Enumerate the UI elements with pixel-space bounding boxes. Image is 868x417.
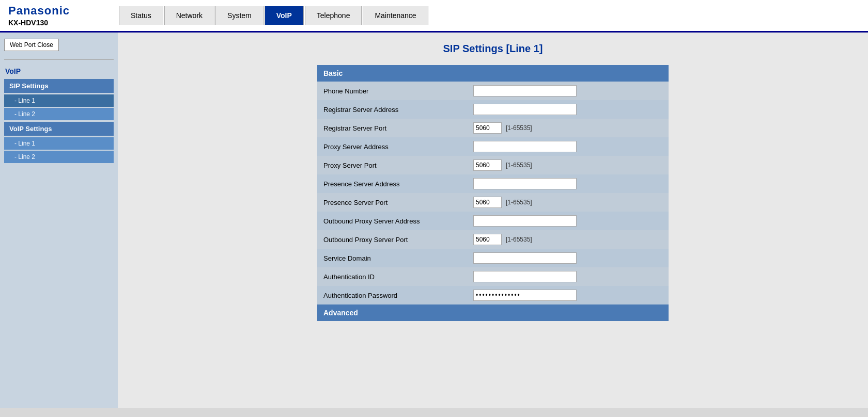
field-value-cell [467,267,669,286]
web-port-close-button[interactable]: Web Port Close [4,39,59,51]
sidebar: Web Port Close VoIP SIP Settings - Line … [0,33,118,408]
table-row: Authentication ID [317,267,669,286]
content-area: SIP Settings [Line 1] BasicPhone NumberR… [118,33,868,408]
field-value-cell: [1-65535] [467,230,669,249]
text-input[interactable] [473,104,577,115]
page-title: SIP Settings [Line 1] [133,43,853,55]
field-value-cell [467,137,669,156]
text-input[interactable] [473,252,577,264]
main-layout: Web Port Close VoIP SIP Settings - Line … [0,33,868,408]
nav-tab-maintenance[interactable]: Maintenance [363,6,428,25]
port-input[interactable] [473,234,502,245]
field-label: Authentication ID [317,267,467,286]
field-value-cell [467,174,669,193]
text-input[interactable] [473,271,577,282]
table-row: Phone Number [317,82,669,100]
nav-tab-system[interactable]: System [215,6,264,25]
table-row: Registrar Server Port[1-65535] [317,119,669,137]
field-value-cell [467,82,669,100]
table-row: Presence Server Address [317,174,669,193]
field-label: Phone Number [317,82,467,100]
field-label: Outbound Proxy Server Address [317,212,467,230]
field-value-cell [467,212,669,230]
table-row: Proxy Server Address [317,137,669,156]
nav-tab-voip[interactable]: VoIP [265,6,304,25]
port-range-label: [1-65535] [506,162,532,169]
sidebar-sip-settings[interactable]: SIP Settings [4,79,114,93]
table-row: Authentication Password [317,286,669,304]
table-row: Outbound Proxy Server Address [317,212,669,230]
port-range-label: [1-65535] [506,199,532,206]
port-input[interactable] [473,197,502,208]
field-label: Authentication Password [317,286,467,304]
nav-tab-telephone[interactable]: Telephone [305,6,362,25]
field-value-cell [467,100,669,119]
field-label: Presence Server Address [317,174,467,193]
text-input[interactable] [473,141,577,152]
field-label: Proxy Server Address [317,137,467,156]
sidebar-sip-line2[interactable]: - Line 2 [4,108,114,120]
nav-tabs: StatusNetworkSystemVoIPTelephoneMaintena… [119,6,429,25]
port-input[interactable] [473,122,502,134]
password-input[interactable] [473,290,577,301]
table-row: Proxy Server Port[1-65535] [317,156,669,174]
text-input[interactable] [473,215,577,227]
logo-brand: Panasonic [8,4,111,18]
field-label: Presence Server Port [317,193,467,212]
field-label: Proxy Server Port [317,156,467,174]
sidebar-voip-line1[interactable]: - Line 1 [4,137,114,150]
field-value-cell: [1-65535] [467,193,669,212]
sidebar-divider [4,59,114,60]
logo-model: KX-HDV130 [8,19,111,27]
basic-section-header: Basic [317,65,669,82]
sidebar-voip-settings[interactable]: VoIP Settings [4,122,114,136]
nav-tab-status[interactable]: Status [119,6,163,25]
field-value-cell [467,249,669,267]
text-input[interactable] [473,178,577,189]
sidebar-sip-line1[interactable]: - Line 1 [4,94,114,107]
sidebar-voip-line2[interactable]: - Line 2 [4,151,114,163]
field-value-cell: [1-65535] [467,119,669,137]
table-row: Service Domain [317,249,669,267]
field-label: Registrar Server Address [317,100,467,119]
port-input[interactable] [473,159,502,171]
table-row: Presence Server Port[1-65535] [317,193,669,212]
text-input[interactable] [473,85,577,97]
field-label: Outbound Proxy Server Port [317,230,467,249]
settings-table: BasicPhone NumberRegistrar Server Addres… [317,65,669,321]
field-value-cell [467,286,669,304]
field-label: Registrar Server Port [317,119,467,137]
logo-area: Panasonic KX-HDV130 [0,0,119,31]
sidebar-voip-title: VoIP [4,65,114,77]
advanced-section-header: Advanced [317,304,669,321]
header: Panasonic KX-HDV130 StatusNetworkSystemV… [0,0,868,33]
table-row: Registrar Server Address [317,100,669,119]
field-label: Service Domain [317,249,467,267]
table-row: Outbound Proxy Server Port[1-65535] [317,230,669,249]
nav-tab-network[interactable]: Network [164,6,214,25]
port-range-label: [1-65535] [506,236,532,243]
port-range-label: [1-65535] [506,124,532,132]
field-value-cell: [1-65535] [467,156,669,174]
